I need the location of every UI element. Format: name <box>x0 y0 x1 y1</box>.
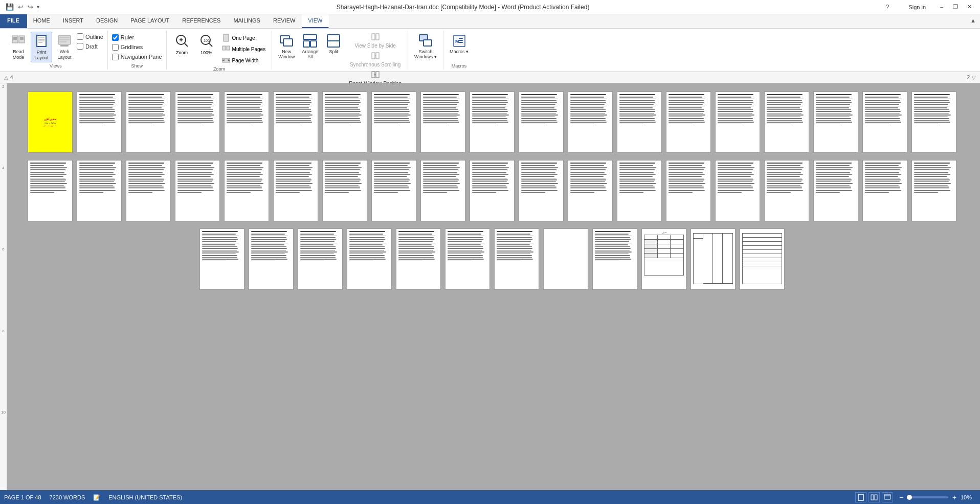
help-button[interactable]: ? <box>885 3 889 11</box>
navigation-checkbox-item[interactable]: Navigation Pane <box>112 53 162 61</box>
page-thumb-44[interactable] <box>445 228 490 290</box>
page-thumb-22[interactable] <box>126 160 171 221</box>
read-mode-button[interactable]: ReadMode <box>8 32 29 61</box>
page-thumb-1[interactable]: تحقیق آنلاین بارگذاری فایل با کمترین قیم… <box>28 91 73 153</box>
page-thumb-42[interactable] <box>347 228 392 290</box>
navigation-pane-checkbox[interactable] <box>112 54 119 60</box>
page-thumb-9[interactable] <box>420 91 465 153</box>
gridlines-checkbox[interactable] <box>112 44 119 51</box>
page-thumb-17[interactable] <box>813 91 858 153</box>
arrange-all-button[interactable]: ArrangeAll <box>300 32 320 60</box>
zoom-button[interactable]: Zoom <box>171 32 193 56</box>
page-thumb-33[interactable] <box>666 160 711 221</box>
page-thumb-41[interactable] <box>298 228 343 290</box>
switch-windows-button[interactable]: SwitchWindows ▾ <box>412 32 439 60</box>
outline-checkbox[interactable] <box>77 33 83 40</box>
page-thumb-18[interactable] <box>862 91 907 153</box>
page-thumb-20[interactable] <box>28 160 73 221</box>
status-print-layout-button[interactable] <box>855 492 866 502</box>
zoom-slider-thumb[interactable] <box>907 495 912 500</box>
page-thumb-6[interactable] <box>273 91 318 153</box>
page-thumb-13[interactable] <box>617 91 662 153</box>
page-thumb-48b[interactable] <box>691 228 736 290</box>
synchronous-scrolling-button[interactable]: Synchronous Scrolling <box>347 51 404 68</box>
minimize-button[interactable]: − <box>935 2 948 12</box>
status-read-mode-button[interactable] <box>868 492 880 502</box>
page-thumb-3[interactable] <box>126 91 171 153</box>
page-thumb-35[interactable] <box>764 160 809 221</box>
signin-button[interactable]: Sign in <box>908 4 926 10</box>
tab-page-layout[interactable]: PAGE LAYOUT <box>124 14 176 28</box>
page-thumb-38[interactable] <box>911 160 956 221</box>
page-thumb-36[interactable] <box>813 160 858 221</box>
page-thumb-25[interactable] <box>273 160 318 221</box>
undo-icon[interactable]: ↩ <box>16 2 25 12</box>
split-button[interactable]: Split <box>323 32 344 55</box>
tab-references[interactable]: REFERENCES <box>176 14 227 28</box>
tab-design[interactable]: DESIGN <box>90 14 124 28</box>
zoom-slider-track[interactable] <box>907 496 948 498</box>
page-thumb-26[interactable] <box>322 160 367 221</box>
page-thumb-34[interactable] <box>715 160 760 221</box>
page-thumb-31[interactable] <box>568 160 613 221</box>
draft-checkbox-item[interactable]: Draft <box>77 42 103 50</box>
proofing-icon[interactable]: 📝 <box>93 494 100 501</box>
page-thumb-27[interactable] <box>371 160 416 221</box>
page-thumb-16[interactable] <box>764 91 809 153</box>
tab-file[interactable]: FILE <box>0 14 27 28</box>
zoom-plus-button[interactable]: + <box>950 493 959 501</box>
multiple-pages-button[interactable]: Multiple Pages <box>220 44 268 54</box>
quick-access-more-icon[interactable]: ▾ <box>36 3 40 11</box>
page-thumb-46[interactable] <box>543 228 588 290</box>
page-thumb-39[interactable] <box>199 228 244 290</box>
page-thumb-11[interactable] <box>519 91 564 153</box>
status-web-layout-button[interactable] <box>882 492 893 502</box>
close-button[interactable]: ✕ <box>963 2 976 12</box>
tab-review[interactable]: REVIEW <box>267 14 302 28</box>
page-thumb-12[interactable] <box>568 91 613 153</box>
page-thumb-23[interactable] <box>175 160 220 221</box>
one-page-button[interactable]: One Page <box>220 33 268 43</box>
page-thumb-40[interactable] <box>249 228 294 290</box>
page-thumb-28[interactable] <box>420 160 465 221</box>
restore-button[interactable]: ❐ <box>949 2 962 12</box>
tab-home[interactable]: HOME <box>27 14 57 28</box>
new-window-button[interactable]: NewWindow <box>276 32 297 60</box>
page-thumb-7[interactable] <box>322 91 367 153</box>
save-icon[interactable]: 💾 <box>4 2 15 12</box>
page-thumb-8[interactable] <box>371 91 416 153</box>
outline-checkbox-item[interactable]: Outline <box>77 33 103 40</box>
gridlines-checkbox-item[interactable]: Gridlines <box>112 43 143 51</box>
page-thumb-5[interactable] <box>224 91 269 153</box>
page-thumb-47[interactable] <box>592 228 637 290</box>
page-thumb-21[interactable] <box>77 160 122 221</box>
page-thumb-2[interactable] <box>77 91 122 153</box>
page-thumb-15[interactable] <box>715 91 760 153</box>
page-thumb-30[interactable] <box>519 160 564 221</box>
macros-button[interactable]: M Macros ▾ <box>448 32 471 55</box>
page-thumb-19[interactable] <box>911 91 956 153</box>
redo-icon[interactable]: ↪ <box>26 2 35 12</box>
zoom-100-button[interactable]: 100 100% <box>196 32 217 56</box>
zoom-minus-button[interactable]: − <box>897 493 905 501</box>
page-thumb-48c[interactable] <box>740 228 785 290</box>
page-thumb-14[interactable] <box>666 91 711 153</box>
page-thumb-43[interactable] <box>396 228 441 290</box>
page-thumb-10[interactable] <box>470 91 515 153</box>
page-thumb-48a[interactable]: جدول <box>641 228 686 290</box>
tab-insert[interactable]: INSERT <box>57 14 90 28</box>
web-layout-button[interactable]: WebLayout <box>54 32 75 61</box>
page-thumb-24[interactable] <box>224 160 269 221</box>
page-thumb-45[interactable] <box>494 228 539 290</box>
page-width-button[interactable]: Page Width <box>220 55 268 65</box>
tab-view[interactable]: VIEW <box>302 14 329 28</box>
ruler-checkbox[interactable] <box>112 34 119 41</box>
tab-mailings[interactable]: MAILINGS <box>227 14 267 28</box>
page-thumb-29[interactable] <box>470 160 515 221</box>
view-side-by-side-button[interactable]: View Side by Side <box>347 32 404 50</box>
page-thumb-37[interactable] <box>862 160 907 221</box>
page-thumb-32[interactable] <box>617 160 662 221</box>
print-layout-button[interactable]: PrintLayout <box>31 32 52 62</box>
ribbon-collapse-button[interactable]: ▲ <box>966 14 980 28</box>
ruler-checkbox-item[interactable]: Ruler <box>112 34 134 41</box>
